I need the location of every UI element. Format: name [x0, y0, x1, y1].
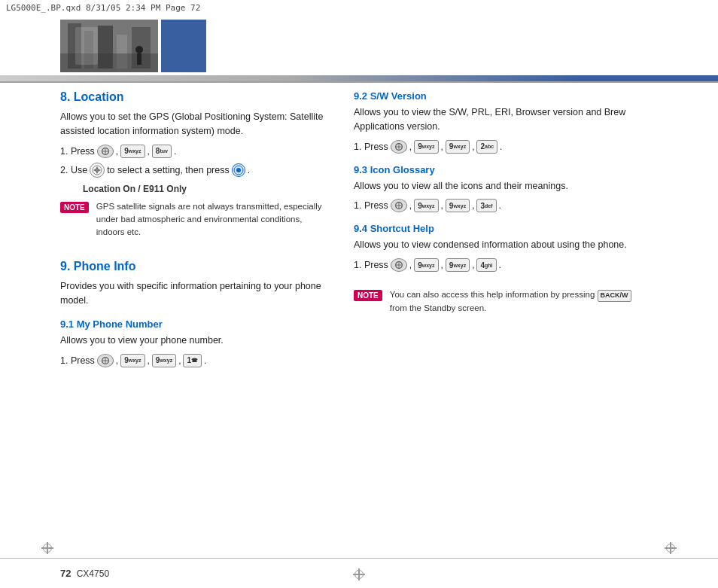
nine-key-91b: 9wxyz	[152, 354, 176, 367]
svg-point-17	[96, 169, 99, 172]
header-bar: LG5000E_.BP.qxd 8/31/05 2:34 PM Page 72	[0, 0, 718, 83]
section-94-step1: 1. Press , 9wxyz , 9wxyz , 4ghi .	[354, 258, 632, 272]
header-blue-block	[161, 20, 206, 72]
header-photo	[60, 20, 158, 72]
menu-key-92	[391, 140, 407, 154]
svg-point-7	[135, 46, 143, 53]
menu-key-94	[391, 258, 407, 272]
section-93-body: Allows you to view all the icons and the…	[354, 179, 632, 193]
nine-key-94a: 9wxyz	[414, 258, 438, 272]
main-content: 8. Location Allows you to set the GPS (G…	[0, 83, 718, 558]
nine-key-1: 9wxyz	[120, 145, 145, 158]
menu-key-1	[97, 145, 114, 158]
svg-rect-6	[60, 53, 158, 72]
registration-mark-br	[665, 542, 677, 554]
section-8-title: 8. Location	[60, 90, 324, 104]
comma-1: ,	[116, 146, 118, 157]
period-1: .	[174, 146, 176, 157]
header-photo-svg	[60, 20, 158, 72]
two-key-92: 2abc	[476, 140, 497, 154]
section-8-body: Allows you to set the GPS (Global Positi…	[60, 110, 324, 139]
svg-rect-8	[137, 53, 141, 65]
menu-key-91	[97, 354, 114, 367]
note-label-right: NOTE	[354, 290, 382, 301]
section-91-step1: 1. Press , 9wxyz , 9wxyz , 1☎ .	[60, 354, 324, 367]
location-on-label: Location On / E911 Only	[83, 184, 324, 194]
nine-key-93b: 9wxyz	[446, 199, 470, 212]
menu-key-93	[391, 199, 407, 212]
eight-key-1: 8tuv	[152, 145, 172, 158]
step1-label: 1. Press	[60, 146, 95, 157]
footer: 72 CX4750	[0, 558, 718, 588]
section-93-step1: 1. Press , 9wxyz , 9wxyz , 3def .	[354, 199, 632, 212]
svg-rect-2	[84, 31, 93, 69]
step2b-label: to select a setting, then press	[107, 165, 230, 175]
step-92-label: 1. Press	[354, 142, 388, 152]
note-label-8: NOTE	[60, 202, 89, 213]
nine-key-92a: 9wxyz	[414, 140, 438, 154]
right-column: 9.2 S/W Version Allows you to view the S…	[346, 90, 632, 558]
section-8-step1: 1. Press , 9wxyz , 8tuv .	[60, 145, 324, 158]
section-92-step1: 1. Press , 9wxyz , 9wxyz , 2abc .	[354, 140, 632, 154]
note-text-right: You can also access this help informatio…	[390, 288, 632, 315]
nine-key-93a: 9wxyz	[414, 199, 438, 212]
header-top-text: LG5000E_.BP.qxd 8/31/05 2:34 PM Page 72	[0, 0, 718, 16]
section-92: 9.2 S/W Version Allows you to view the S…	[354, 90, 632, 154]
step-91-label: 1. Press	[60, 355, 95, 366]
section-93: 9.3 Icon Glossary Allows you to view all…	[354, 164, 632, 213]
section-9-body: Provides you with specific information p…	[60, 279, 324, 308]
section-94-body: Allows you to view condensed information…	[354, 238, 632, 252]
nine-key-94b: 9wxyz	[446, 258, 470, 272]
section-9: 9. Phone Info Provides you with specific…	[60, 260, 324, 367]
right-note: NOTE You can also access this help infor…	[354, 288, 632, 315]
section-94: 9.4 Shortcut Help Allows you to view con…	[354, 223, 632, 272]
nine-key-92b: 9wxyz	[446, 140, 470, 154]
step-93-label: 1. Press	[354, 200, 388, 211]
section-8-step2: 2. Use to select a setting, then press .	[60, 163, 324, 178]
section-8-note: NOTE GPS satellite signals are not alway…	[60, 200, 324, 239]
one-key-91: 1☎	[183, 354, 202, 367]
period-2: .	[248, 165, 250, 175]
svg-point-19	[236, 168, 241, 172]
section-8: 8. Location Allows you to set the GPS (G…	[60, 90, 324, 239]
nine-key-91: 9wxyz	[120, 354, 145, 367]
select-icon	[232, 163, 245, 177]
section-91: 9.1 My Phone Number Allows you to view y…	[60, 318, 324, 367]
section-91-body: Allows you to view your phone number.	[60, 334, 324, 348]
header-image-area	[0, 16, 718, 76]
section-94-title: 9.4 Shortcut Help	[354, 223, 632, 234]
registration-mark-bl	[41, 542, 53, 554]
footer-page-number: 72 CX4750	[60, 568, 109, 579]
nav-icon	[90, 163, 105, 178]
step-94-label: 1. Press	[354, 260, 388, 270]
backw-key: BACK/W	[598, 290, 631, 302]
four-key-94: 4ghi	[476, 258, 496, 272]
section-93-title: 9.3 Icon Glossary	[354, 164, 632, 175]
note-text-8: GPS satellite signals are not always tra…	[96, 200, 324, 239]
section-91-title: 9.1 My Phone Number	[60, 318, 324, 330]
left-column: 8. Location Allows you to set the GPS (G…	[60, 90, 346, 558]
comma-2: ,	[148, 146, 150, 157]
header-accent-line	[0, 75, 718, 81]
step2-label: 2. Use	[60, 165, 87, 175]
section-92-title: 9.2 S/W Version	[354, 90, 632, 102]
section-9-title: 9. Phone Info	[60, 260, 324, 273]
section-92-body: Allows you to view the S/W, PRL, ERI, Br…	[354, 105, 632, 134]
three-key-93: 3def	[476, 199, 496, 212]
